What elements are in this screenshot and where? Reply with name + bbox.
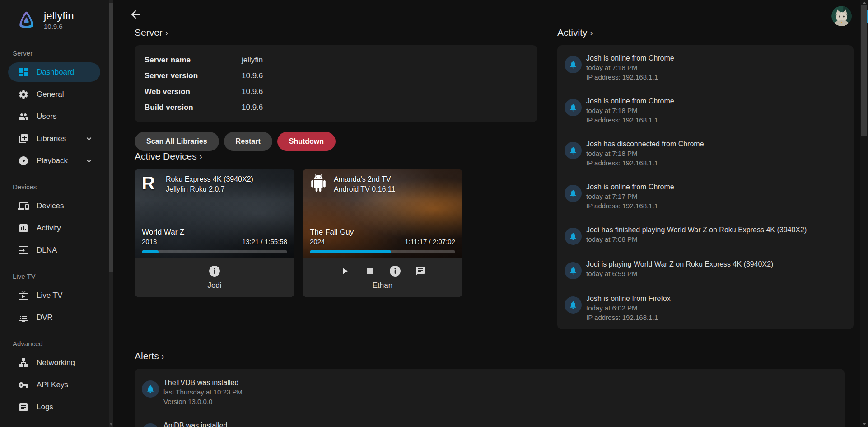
live-tv-icon: [18, 290, 29, 301]
shutdown-button[interactable]: Shutdown: [277, 132, 336, 151]
sidebar-item-playback[interactable]: Playback: [8, 151, 100, 170]
sidebar-item-label: Dashboard: [37, 68, 74, 77]
sidebar-item-general[interactable]: General: [8, 84, 100, 104]
playback-progress-fill: [310, 250, 391, 253]
scan-all-libraries-button[interactable]: Scan All Libraries: [135, 132, 219, 151]
sidebar-item-users[interactable]: Users: [8, 107, 100, 126]
active-devices-title[interactable]: Active Devices: [135, 151, 202, 162]
sidebar-item-live-tv[interactable]: Live TV: [8, 286, 100, 305]
activity-ip: IP address: 192.168.1.1: [586, 313, 671, 322]
sidebar-item-dvr[interactable]: DVR: [8, 308, 100, 327]
device-card-android-tv[interactable]: Amanda's 2nd TV Android TV 0.16.11 The F…: [303, 169, 462, 297]
web-version-value: 10.9.6: [242, 87, 263, 96]
stop-button[interactable]: [364, 265, 376, 277]
sidebar-item-libraries[interactable]: Libraries: [8, 129, 100, 148]
dlna-icon: [18, 245, 29, 256]
activity-title: Josh is online from Chrome: [586, 182, 674, 192]
scroll-down-arrow-icon[interactable]: [110, 423, 112, 426]
scroll-up-arrow-icon[interactable]: [863, 2, 866, 4]
gear-icon: [18, 89, 29, 100]
back-button[interactable]: [129, 8, 142, 21]
device-card-footer: Jodi: [135, 258, 294, 297]
sidebar-scrollbar-thumb[interactable]: [109, 3, 113, 272]
build-version-row: Build version 10.9.6: [135, 99, 537, 115]
sidebar-item-devices[interactable]: Devices: [8, 196, 100, 216]
device-card-footer: Ethan: [303, 258, 462, 297]
activity-entry: Josh has disconnected from Chrome today …: [565, 139, 846, 168]
restart-button[interactable]: Restart: [224, 132, 272, 151]
bell-icon: [565, 99, 582, 116]
activity-title: Josh is online from Firefox: [586, 294, 671, 303]
activity-ip: IP address: 192.168.1.1: [586, 72, 674, 82]
sidebar-item-dlna[interactable]: DLNA: [8, 240, 100, 260]
info-button[interactable]: [209, 265, 220, 277]
device-card-roku[interactable]: Roku Express 4K (3940X2) Jellyfin Roku 2…: [135, 169, 294, 297]
users-icon: [18, 111, 29, 122]
chevron-down-icon[interactable]: [84, 134, 94, 144]
sidebar-scrollbar[interactable]: [109, 0, 113, 427]
bell-icon: [142, 380, 159, 398]
activity-entry: Jodi is playing World War Z on Roku Expr…: [565, 259, 846, 279]
sidebar-item-label: Users: [37, 112, 56, 121]
chevron-down-icon[interactable]: [84, 156, 94, 166]
sidebar-item-label: Activity: [37, 224, 61, 233]
bell-icon: [565, 185, 582, 202]
send-message-button[interactable]: [415, 265, 426, 277]
server-name-value: jellyfin: [242, 56, 263, 65]
bell-icon: [565, 56, 582, 73]
playback-progress-bar: [142, 250, 287, 253]
sidebar-item-networking[interactable]: Networking: [8, 353, 100, 372]
media-year: 2013: [142, 237, 184, 246]
playback-time: 1:11:17 / 2:07:02: [405, 237, 455, 246]
bell-icon: [565, 228, 582, 245]
sidebar-item-dashboard[interactable]: Dashboard: [8, 62, 100, 82]
alert-time: last Thursday at 10:23 PM: [163, 387, 243, 397]
message-icon: [415, 266, 426, 277]
activity-title: Josh is online from Chrome: [586, 96, 674, 106]
scroll-down-arrow-icon[interactable]: [863, 423, 866, 425]
alert-title: TheTVDB was installed: [163, 378, 243, 387]
app-name: jellyfin: [44, 10, 74, 22]
sidebar-item-label: Playback: [37, 156, 68, 165]
activity-time: today at 6:59 PM: [586, 269, 773, 278]
activity-title: Jodi has finished playing World War Z on…: [586, 225, 807, 235]
play-button[interactable]: [339, 265, 350, 277]
info-button[interactable]: [389, 265, 401, 277]
sidebar-section-devices: Devices: [13, 183, 113, 191]
client-version: Android TV 0.16.11: [334, 184, 395, 194]
cat-avatar-image: [831, 6, 852, 26]
alerts-section-title[interactable]: Alerts: [135, 351, 164, 361]
activity-entry: Josh is online from Chrome today at 7:18…: [565, 96, 846, 125]
bell-icon: [565, 262, 582, 279]
logs-icon: [18, 402, 29, 413]
play-icon: [339, 266, 350, 277]
user-avatar[interactable]: [831, 6, 852, 26]
sidebar-item-logs[interactable]: Logs: [8, 397, 100, 417]
activity-title: Josh has disconnected from Chrome: [586, 139, 704, 149]
main-content: Server Server name jellyfin Server versi…: [113, 0, 860, 427]
bell-icon: [142, 423, 159, 427]
left-column: Server Server name jellyfin Server versi…: [135, 27, 537, 329]
activity-section-title[interactable]: Activity: [557, 27, 593, 38]
server-version-label: Server version: [145, 71, 242, 80]
activity-card: Josh is online from Chrome today at 7:18…: [557, 45, 854, 329]
sidebar-item-activity[interactable]: Activity: [8, 218, 100, 238]
page-scrollbar-thumb[interactable]: [861, 5, 867, 136]
activity-title: Josh is online from Chrome: [586, 53, 674, 63]
sidebar-item-api-keys[interactable]: API Keys: [8, 375, 100, 394]
sidebar-item-label: Live TV: [37, 291, 62, 300]
activity-time: today at 6:02 PM: [586, 303, 671, 313]
sidebar-item-label: Libraries: [37, 134, 66, 143]
active-devices-list: Roku Express 4K (3940X2) Jellyfin Roku 2…: [135, 169, 537, 297]
device-name: Roku Express 4K (3940X2): [166, 174, 253, 184]
sidebar-section-advanced: Advanced: [13, 340, 113, 347]
sidebar-item-label: Networking: [37, 358, 75, 367]
activity-entry: Josh is online from Firefox today at 6:0…: [565, 294, 846, 322]
page-scrollbar[interactable]: [860, 0, 868, 427]
server-section-title[interactable]: Server: [135, 27, 168, 38]
sidebar-item-label: Logs: [37, 403, 53, 412]
session-user: Ethan: [373, 281, 392, 290]
jellyfin-logo-icon: [18, 10, 35, 28]
activity-entry: Jodi has finished playing World War Z on…: [565, 225, 846, 245]
key-icon: [18, 380, 29, 390]
